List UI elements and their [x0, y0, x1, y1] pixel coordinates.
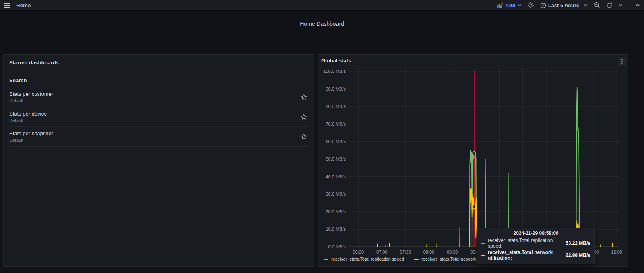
svg-text:90.0 MB/s: 90.0 MB/s	[326, 87, 346, 91]
starred-dashboards-panel: Starred dashboards Search Stats per cust…	[3, 54, 314, 267]
svg-text:07:30: 07:30	[400, 250, 411, 254]
svg-text:100.0 MB/s: 100.0 MB/s	[323, 69, 346, 74]
gear-icon	[528, 2, 534, 8]
chevron-down-icon	[518, 4, 522, 7]
top-nav-bar: Home Add	[0, 0, 644, 11]
svg-text:60.0 MB/s: 60.0 MB/s	[326, 139, 346, 144]
time-range-picker[interactable]: Last 6 hours	[540, 2, 588, 8]
zoom-out-icon	[594, 2, 600, 8]
svg-text:11:30: 11:30	[588, 250, 599, 254]
svg-text:06:30: 06:30	[353, 250, 364, 254]
time-range-label: Last 6 hours	[548, 2, 579, 8]
legend-item-network-utilization[interactable]: receiver_stats.Total network utilization	[414, 256, 496, 261]
timeseries-chart[interactable]: 0.0 MB/s10.0 MB/s20.0 MB/s30.0 MB/s40.0 …	[318, 55, 628, 266]
panel-title[interactable]: Starred dashboards	[9, 60, 308, 66]
svg-text:0.0 MB/s: 0.0 MB/s	[328, 244, 346, 249]
svg-text:50.0 MB/s: 50.0 MB/s	[326, 157, 346, 161]
dashboard-settings-button[interactable]	[528, 2, 534, 8]
chevron-down-icon	[584, 4, 588, 7]
chevron-up-icon	[635, 4, 640, 7]
svg-text:12:00: 12:00	[611, 250, 622, 254]
legend-swatch	[324, 259, 328, 260]
search-section-heading: Search	[9, 77, 308, 83]
svg-text:10:30: 10:30	[541, 250, 552, 254]
global-stats-panel: Global stats 0.0 MB/s10.0 MB/s20.0 MB/s3…	[318, 54, 628, 267]
chart-legend: receiver_stats.Total replication speed r…	[324, 256, 496, 261]
svg-text:80.0 MB/s: 80.0 MB/s	[326, 104, 346, 109]
svg-text:10.0 MB/s: 10.0 MB/s	[326, 227, 346, 232]
star-icon[interactable]	[301, 114, 307, 120]
collapse-nav-button[interactable]	[635, 4, 640, 7]
nav-divider	[629, 2, 629, 8]
dashboard-list-item[interactable]: Stats per customer Default	[9, 87, 308, 107]
add-panel-icon	[496, 2, 503, 8]
svg-text:08:00: 08:00	[423, 250, 435, 254]
svg-text:20.0 MB/s: 20.0 MB/s	[326, 209, 346, 214]
svg-text:70.0 MB/s: 70.0 MB/s	[326, 122, 346, 126]
legend-swatch	[414, 259, 419, 260]
svg-text:10:00: 10:00	[517, 250, 528, 254]
add-button[interactable]: Add	[496, 2, 521, 8]
svg-text:08:30: 08:30	[447, 250, 458, 254]
svg-text:30.0 MB/s: 30.0 MB/s	[326, 192, 346, 196]
svg-text:09:00: 09:00	[470, 250, 481, 254]
hamburger-menu-icon[interactable]	[4, 3, 10, 8]
svg-text:07:00: 07:00	[376, 250, 388, 254]
svg-text:11:00: 11:00	[564, 250, 575, 254]
legend-item-replication-speed[interactable]: receiver_stats.Total replication speed	[324, 256, 404, 261]
dashboard-list-item[interactable]: Stats per device Default	[9, 107, 308, 127]
page-title: Home Dashboard	[0, 21, 644, 27]
svg-text:40.0 MB/s: 40.0 MB/s	[326, 174, 346, 179]
dashboard-list-item[interactable]: Stats per snapshot Default	[9, 127, 308, 147]
refresh-interval-dropdown[interactable]	[619, 4, 623, 7]
star-icon[interactable]	[301, 133, 307, 140]
svg-text:09:30: 09:30	[494, 250, 505, 254]
zoom-out-button[interactable]	[594, 2, 600, 8]
clock-icon	[540, 2, 546, 8]
refresh-icon	[606, 2, 613, 8]
dashboard-list: Stats per customer Default Stats per dev…	[9, 87, 308, 147]
breadcrumb-home[interactable]: Home	[16, 2, 31, 8]
refresh-button[interactable]	[606, 2, 613, 8]
chevron-down-icon	[619, 4, 623, 7]
star-icon[interactable]	[301, 94, 307, 100]
